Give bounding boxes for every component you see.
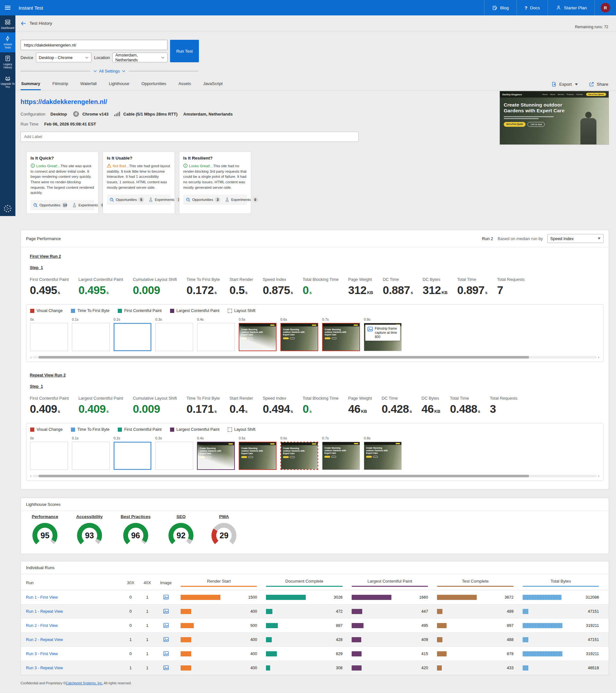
share-button[interactable]: Share xyxy=(589,81,608,87)
blog-button[interactable]: Blog xyxy=(484,0,516,15)
experiments-chip[interactable]: Experiments1 xyxy=(148,197,182,202)
screenshot-image-icon[interactable] xyxy=(156,623,176,628)
caret-down-icon xyxy=(575,83,578,85)
horizontal-scrollbar[interactable]: ‹› xyxy=(30,355,599,359)
filmstrip-frame[interactable]: 0.6sCreate Stunning outdoor Gardens with… xyxy=(281,436,318,470)
back-to-test-history[interactable]: Test History xyxy=(21,21,52,26)
opportunities-chip[interactable]: Opportunities3 xyxy=(186,197,221,202)
view-heading[interactable]: Repeat View Run 2 xyxy=(30,373,66,377)
legend-label: Visual Change xyxy=(37,309,63,313)
gauge-label[interactable]: Performance xyxy=(32,514,58,519)
filmstrip-frame[interactable]: 0.2s xyxy=(114,436,151,470)
gauge-label[interactable]: PWA xyxy=(219,514,229,519)
metric-bar-zone xyxy=(181,637,221,642)
frame-time: 0.2s xyxy=(114,436,151,440)
location-select[interactable]: Amsterdam, Netherlands xyxy=(112,53,167,62)
device-select[interactable]: Desktop - Chrome xyxy=(36,53,92,62)
opportunities-chip[interactable]: Opportunities13 xyxy=(33,202,68,208)
run-test-button[interactable]: Run Test xyxy=(170,40,199,62)
metric-bar xyxy=(352,623,364,628)
export-icon xyxy=(551,81,557,87)
legend-label: Time To First Byte xyxy=(77,309,109,313)
metric-bar-zone xyxy=(352,623,391,628)
metric-cell-value: 3026 xyxy=(309,595,342,600)
tab-lighthouse[interactable]: Lighthouse xyxy=(108,79,130,90)
tab-summary[interactable]: Summary xyxy=(21,79,41,90)
gauge-score: 95 xyxy=(40,531,49,540)
screenshot-image-icon[interactable] xyxy=(156,609,176,614)
filmstrip-frame[interactable]: 0.1s xyxy=(72,317,110,351)
step-label[interactable]: Step_1 xyxy=(30,384,603,389)
add-label-input[interactable] xyxy=(21,132,359,142)
metric-bar xyxy=(437,651,447,656)
gauge-label[interactable]: SEO xyxy=(177,514,186,519)
filmstrip-frame[interactable]: 0.6sCreate Stunning outdoor Gardens with… xyxy=(281,317,318,351)
run-link[interactable]: Run 2 - Repeat View xyxy=(26,637,122,642)
filmstrip-frame[interactable]: 0s xyxy=(30,436,68,470)
run-link[interactable]: Run 1 - Repeat View xyxy=(26,609,122,614)
hamburger-icon xyxy=(5,5,11,11)
export-button[interactable]: Export xyxy=(551,81,578,87)
frame-box: Create Stunning outdoor Gardens with Exp… xyxy=(322,323,360,351)
catchpoint-link[interactable]: Catchpoint Systems, Inc. xyxy=(66,681,103,685)
filmstrip-frame[interactable]: 0s xyxy=(30,317,68,351)
gauge-label[interactable]: Best Practices xyxy=(121,514,150,519)
metric-cell-render_start: 400 xyxy=(176,609,262,614)
filmstrip-frame[interactable]: 0.7sCreate Stunning outdoor Gardens with… xyxy=(322,436,360,470)
filmstrip-frame[interactable]: 0.1s xyxy=(72,436,110,470)
table-row: Run 3 - Repeat View1140030842043346518 xyxy=(21,661,609,675)
frame-time: 0.4s xyxy=(197,317,235,321)
screenshot-image-icon[interactable] xyxy=(156,666,176,670)
sidebar-item-upgrade-to-pro[interactable]: Upgrade To Pro xyxy=(0,72,15,92)
tab-waterfall[interactable]: Waterfall xyxy=(80,79,97,90)
docs-button[interactable]: ? Docs xyxy=(516,0,548,15)
horizontal-scrollbar[interactable]: ‹› xyxy=(30,474,599,478)
filmstrip-frame[interactable]: 0.3s xyxy=(155,436,193,470)
tab-filmstrip[interactable]: Filmstrip xyxy=(52,79,69,90)
experiments-chip[interactable]: Experiments0 xyxy=(225,197,258,202)
hamburger-menu-button[interactable] xyxy=(0,5,15,11)
sidebar-item-legacy-history[interactable]: Legacy History xyxy=(0,52,15,72)
filmstrip-frame[interactable]: 0.7sCreate Stunning outdoor Gardens with… xyxy=(322,317,360,351)
test-screenshot-preview[interactable]: Earthly Elegance HomeAboutServiceProject… xyxy=(499,91,609,145)
view-heading[interactable]: First View Run 2 xyxy=(30,254,61,259)
filmstrip-frame[interactable]: 0.2s xyxy=(114,317,151,351)
legend-swatch xyxy=(30,428,34,432)
step-label[interactable]: Step_1 xyxy=(30,265,603,270)
tab-assets[interactable]: Assets xyxy=(178,79,191,90)
url-input[interactable] xyxy=(21,40,167,50)
metric-cell-value: 420 xyxy=(395,666,428,670)
individual-runs-panel: Individual Runs Run30X40XImageRender Sta… xyxy=(21,561,609,675)
screenshot-image-icon[interactable] xyxy=(156,637,176,642)
gauge-label[interactable]: Accessibility xyxy=(76,514,103,519)
screenshot-image-icon[interactable] xyxy=(156,651,176,656)
screenshot-image-icon[interactable] xyxy=(156,595,176,600)
metric-bar xyxy=(266,637,271,642)
metric-value: 0.428s xyxy=(382,402,412,415)
sidebar-item-instant-tests[interactable]: Instant Tests xyxy=(0,33,15,52)
tab-javascript[interactable]: JavaScript xyxy=(202,79,223,90)
filmstrip-frame[interactable]: 0.8sCreate Stunning outdoor Gardens with… xyxy=(364,317,402,351)
plan-button[interactable]: Starter Plan xyxy=(548,0,595,15)
tab-opportunities[interactable]: Opportunities xyxy=(141,79,167,90)
median-metric-select[interactable]: Speed Index xyxy=(547,234,603,243)
card-title: Is It Quick? xyxy=(30,156,94,160)
filmstrip-frame[interactable]: 0.8sCreate Stunning outdoor Gardens with… xyxy=(364,436,402,470)
filmstrip-frame[interactable]: 0.5sCreate Stunning outdoor Gardens with… xyxy=(239,317,276,351)
run-link[interactable]: Run 3 - First View xyxy=(26,652,122,656)
opportunities-chip[interactable]: Opportunities5 xyxy=(109,197,144,202)
all-settings-toggle[interactable]: All Settings xyxy=(90,69,128,74)
filmstrip-frame[interactable]: 0.4sCreate Stunning outdoor Gardens with… xyxy=(197,436,235,470)
sidebar-item-dashboard[interactable]: Dashboard xyxy=(0,16,15,33)
experiments-chip[interactable]: Experiments0 xyxy=(72,202,105,208)
filmstrip-frame[interactable]: 0.5sCreate Stunning outdoor Gardens with… xyxy=(239,436,276,470)
user-avatar[interactable]: R xyxy=(601,3,610,13)
lighthouse-panel: Lighthouse Scores Performance95Accessibi… xyxy=(21,498,609,554)
run-link[interactable]: Run 1 - First View xyxy=(26,595,122,600)
filmstrip-frame[interactable]: 0.3s xyxy=(155,317,193,351)
run-link[interactable]: Run 3 - Repeat View xyxy=(26,666,122,670)
run-link[interactable]: Run 2 - First View xyxy=(26,623,122,628)
run-column-header: Run xyxy=(26,580,122,585)
filmstrip-frame[interactable]: 0.4s xyxy=(197,317,235,351)
config-browser: Chrome v143 xyxy=(82,112,109,117)
